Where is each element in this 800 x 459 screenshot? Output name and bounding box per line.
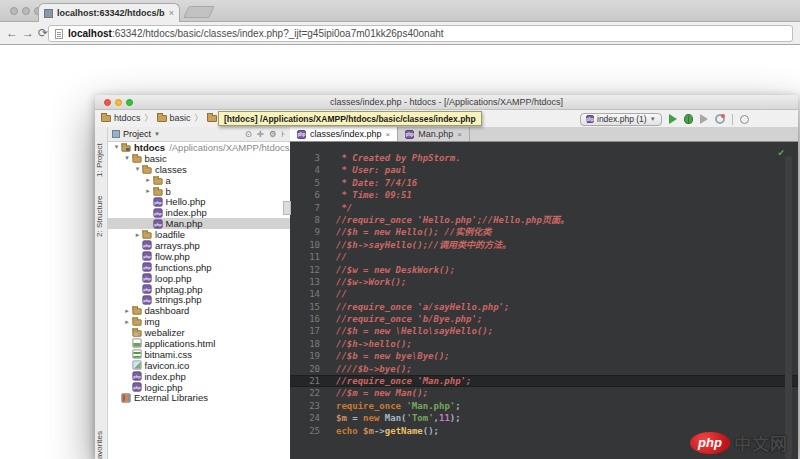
code-line-13[interactable]: 13//$w->Work(); bbox=[290, 276, 798, 288]
tree-item-label: Man.php bbox=[166, 218, 203, 229]
editor-tab-classes-index-php[interactable]: classes/index.php× bbox=[290, 127, 398, 141]
tree-item-label: External Libraries bbox=[134, 392, 208, 403]
hide-panel-icon[interactable]: ⊦ bbox=[282, 129, 286, 139]
code-editor[interactable]: 3 * Created by PhpStorm.4 * User: paul5 … bbox=[290, 142, 798, 459]
chevron-down-icon[interactable]: ▼ bbox=[154, 131, 160, 137]
breadcrumb-item-htdocs[interactable]: htdocs bbox=[101, 113, 141, 123]
code-line-12[interactable]: 12//$w = new DeskWork(); bbox=[290, 264, 798, 276]
chevron-right-icon[interactable]: ▸ bbox=[144, 176, 153, 184]
gear-icon[interactable]: ⚙ bbox=[269, 129, 277, 139]
tree-item-classes[interactable]: ▾classes bbox=[108, 164, 290, 175]
line-number: 14 bbox=[290, 288, 320, 300]
tree-item-index-php[interactable]: index.php bbox=[108, 207, 290, 218]
code-line-4[interactable]: 4 * User: paul bbox=[290, 164, 798, 176]
tree-item-webalizer[interactable]: webalizer bbox=[108, 327, 290, 338]
close-icon[interactable]: × bbox=[386, 130, 391, 139]
debug-button[interactable] bbox=[684, 114, 693, 124]
folder-icon bbox=[132, 319, 141, 325]
code-line-5[interactable]: 5 * Date: 7/4/16 bbox=[290, 177, 798, 189]
code-line-7[interactable]: 7 */ bbox=[290, 202, 798, 214]
chevron-right-icon[interactable]: ▸ bbox=[133, 231, 142, 239]
tree-item-arrays-php[interactable]: arrays.php bbox=[108, 240, 290, 251]
chevron-right-icon[interactable]: ▸ bbox=[144, 187, 153, 195]
chevron-right-icon[interactable]: ▸ bbox=[123, 307, 132, 315]
tree-item-man-php[interactable]: Man.php bbox=[108, 218, 290, 229]
breadcrumb-item-basic[interactable]: basic bbox=[157, 113, 191, 123]
code-line-18[interactable]: 18//$h->hello(); bbox=[290, 338, 798, 350]
tree-item-loadfile[interactable]: ▸loadfile bbox=[108, 229, 290, 240]
ide-minimize-button[interactable] bbox=[115, 99, 122, 106]
chevron-down-icon[interactable]: ▾ bbox=[123, 154, 132, 162]
back-icon[interactable]: ← bbox=[6, 26, 18, 40]
code-line-17[interactable]: 17//$h = new \Hello\sayHello(); bbox=[290, 325, 798, 337]
ide-zoom-button[interactable] bbox=[126, 99, 133, 106]
code-text: // bbox=[320, 251, 347, 263]
tab-title: localhost:63342/htdocs/ba bbox=[57, 8, 165, 18]
chevron-right-icon[interactable]: ▸ bbox=[123, 318, 132, 326]
close-icon[interactable]: × bbox=[457, 130, 462, 139]
tree-item-loop-php[interactable]: loop.php bbox=[108, 273, 290, 284]
inspection-ok-icon[interactable]: ✔ bbox=[777, 148, 785, 158]
code-line-8[interactable]: 8//require_once 'Hello.php';//Hello.php页… bbox=[290, 214, 798, 226]
tree-item-applications-html[interactable]: applications.html bbox=[108, 338, 290, 349]
tree-item-flow-php[interactable]: flow.php bbox=[108, 251, 290, 262]
code-line-16[interactable]: 16//require_once 'b/Bye.php'; bbox=[290, 313, 798, 325]
run-configuration-select[interactable]: index.php (1) ▼ bbox=[580, 113, 662, 126]
code-line-22[interactable]: 22//$m = new Man(); bbox=[290, 387, 798, 399]
project-scrollbar-thumb[interactable] bbox=[283, 201, 291, 215]
url-bar[interactable]: localhost:63342/htdocs/basic/classes/ind… bbox=[48, 25, 793, 42]
new-tab-button[interactable] bbox=[183, 6, 215, 18]
code-line-24[interactable]: 24$m = new Man('Tom',11); bbox=[290, 412, 798, 424]
code-line-20[interactable]: 20////$b->bye(); bbox=[290, 363, 798, 375]
tree-item-index-php[interactable]: index.php bbox=[108, 371, 290, 382]
tree-item-htdocs[interactable]: ▾htdocs /Applications/XAMPP/htdocs bbox=[108, 142, 290, 153]
tree-item-hello-php[interactable]: Hello.php bbox=[108, 196, 290, 207]
search-everywhere-icon[interactable] bbox=[740, 115, 749, 124]
phpstorm-window: classes/index.php - htdocs - [/Applicati… bbox=[95, 95, 798, 459]
ide-close-button[interactable] bbox=[104, 99, 111, 106]
chevron-down-icon[interactable]: ▾ bbox=[133, 165, 142, 173]
tool-window-tab-structure[interactable]: 2: Structure bbox=[95, 187, 108, 245]
code-line-21[interactable]: 21//require_once 'Man.php'; bbox=[290, 375, 798, 387]
tree-item-bitnami-css[interactable]: bitnami.css bbox=[108, 349, 290, 360]
run-with-coverage-button[interactable] bbox=[700, 114, 708, 124]
code-line-11[interactable]: 11// bbox=[290, 251, 798, 263]
code-line-10[interactable]: 10//$h->sayHello();//调用类中的方法。 bbox=[290, 239, 798, 251]
tree-item-external-libraries[interactable]: External Libraries bbox=[108, 392, 290, 403]
code-line-6[interactable]: 6 * Time: 09:51 bbox=[290, 189, 798, 201]
tree-item-img[interactable]: ▸img bbox=[108, 316, 290, 327]
tool-window-tab-project[interactable]: 1: Project bbox=[95, 135, 108, 185]
code-line-14[interactable]: 14// bbox=[290, 288, 798, 300]
tree-item-basic[interactable]: ▾basic bbox=[108, 153, 290, 164]
code-line-23[interactable]: 23require_once 'Man.php'; bbox=[290, 400, 798, 412]
code-line-19[interactable]: 19//$b = new bye\Bye(); bbox=[290, 350, 798, 362]
code-line-15[interactable]: 15//require_once 'a/sayHello.php'; bbox=[290, 301, 798, 313]
editor-scrollbar[interactable] bbox=[785, 156, 792, 459]
update-app-button[interactable] bbox=[715, 114, 725, 124]
run-button[interactable] bbox=[669, 114, 677, 124]
tree-item-dashboard[interactable]: ▸dashboard bbox=[108, 305, 290, 316]
tree-item-logic-php[interactable]: logic.php bbox=[108, 382, 290, 393]
locate-file-icon[interactable]: ✛ bbox=[257, 129, 264, 139]
chevron-down-icon[interactable]: ▾ bbox=[112, 143, 121, 151]
ide-title-bar[interactable]: classes/index.php - htdocs - [/Applicati… bbox=[95, 95, 798, 110]
tree-item-strings-php[interactable]: strings.php bbox=[108, 294, 290, 305]
browser-close-button[interactable] bbox=[10, 7, 18, 15]
tree-item-b[interactable]: ▸b bbox=[108, 186, 290, 197]
page-icon[interactable] bbox=[55, 29, 63, 39]
collapse-all-icon[interactable]: ⊙ bbox=[245, 129, 252, 139]
code-line-3[interactable]: 3 * Created by PhpStorm. bbox=[290, 152, 798, 164]
tree-item-favicon-ico[interactable]: favicon.ico bbox=[108, 360, 290, 371]
tree-item-functions-php[interactable]: functions.php bbox=[108, 262, 290, 273]
browser-tab[interactable]: localhost:63342/htdocs/ba × bbox=[38, 3, 180, 22]
editor-tab-man-php[interactable]: Man.php× bbox=[398, 127, 470, 141]
browser-minimize-button[interactable] bbox=[22, 7, 30, 15]
code-line-9[interactable]: 9//$h = new Hello(); //实例化类 bbox=[290, 226, 798, 238]
tree-item-a[interactable]: ▸a bbox=[108, 175, 290, 186]
editor-tab-label: Man.php bbox=[418, 129, 453, 139]
reload-icon[interactable]: ⟳ bbox=[38, 26, 48, 40]
tool-window-tab-favorites[interactable]: Favorites bbox=[95, 423, 108, 459]
tree-item-phptag-php[interactable]: phptag.php bbox=[108, 284, 290, 295]
forward-icon[interactable]: → bbox=[22, 26, 34, 40]
tab-close-icon[interactable]: × bbox=[169, 9, 174, 18]
